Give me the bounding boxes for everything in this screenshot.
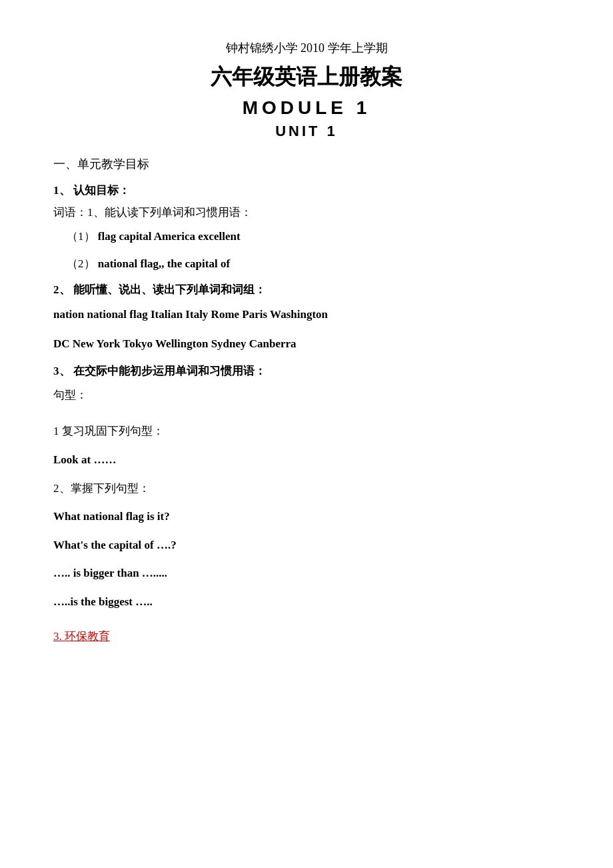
listen-speak-title: 2、 能听懂、说出、读出下列单词和词组： [53, 282, 560, 297]
communication-title: 3、 在交际中能初步运用单词和习惯用语： [53, 363, 560, 379]
eco-label: 3. [53, 630, 65, 643]
subsection-communication: 3、 在交际中能初步运用单词和习惯用语： 句型： [53, 363, 560, 406]
vocab1-label: （1） [67, 230, 95, 243]
module-title: MODULE 1 [53, 97, 560, 119]
pattern2-example-1: What national flag is it? [53, 507, 560, 527]
vocab-line-1: （1） flag capital America excellent [53, 227, 560, 247]
subsection-cognitive: 1、 认知目标： 词语：1、能认读下列单词和习惯用语： （1） flag cap… [53, 183, 560, 274]
cognitive-title: 1、 认知目标： [53, 183, 560, 198]
vocab-intro: 词语：1、能认读下列单词和习惯用语： [53, 205, 560, 220]
vocab2-words: national flag,, the capital of [98, 257, 230, 270]
section-patterns: 1 复习巩固下列句型： Look at …… 2、掌握下列句型： What na… [53, 421, 560, 612]
pattern2-label: 2、掌握下列句型： [53, 479, 560, 499]
unit-title: UNIT 1 [53, 123, 560, 140]
pattern1-label: 1 复习巩固下列句型： [53, 421, 560, 442]
subtitle: 钟村锦绣小学 2010 学年上学期 [53, 40, 560, 56]
pattern1-section: 1 复习巩固下列句型： Look at …… [53, 421, 560, 470]
vocab-line-2: （2） national flag,, the capital of [53, 254, 560, 275]
page-header: 钟村锦绣小学 2010 学年上学期 六年级英语上册教案 MODULE 1 UNI… [53, 40, 560, 140]
pattern1-example: Look at …… [53, 450, 560, 471]
pattern2-example-2: What's the capital of ….? [53, 535, 560, 556]
section-objectives: 一、单元教学目标 1、 认知目标： 词语：1、能认读下列单词和习惯用语： （1）… [53, 156, 560, 405]
pattern2-section: 2、掌握下列句型： What national flag is it? What… [53, 479, 560, 613]
section-heading-1: 一、单元教学目标 [53, 156, 560, 172]
vocab1-words: flag capital America excellent [98, 230, 241, 243]
word-list-line1: nation national flag Italian Italy Rome … [53, 304, 560, 325]
pattern2-example-4: …..is the biggest ….. [53, 592, 560, 613]
pattern2-example-3: ….. is bigger than …..... [53, 563, 560, 584]
main-title: 六年级英语上册教案 [53, 63, 560, 92]
word-list-line2: DC New York Tokyo Wellington Sydney Canb… [53, 333, 560, 355]
sentence-type-label: 句型： [53, 385, 560, 406]
eco-link-text: 环保教育 [65, 630, 110, 643]
section-eco: 3. 环保教育 [53, 629, 560, 644]
vocab2-label: （2） [67, 257, 95, 270]
subsection-listen-speak: 2、 能听懂、说出、读出下列单词和词组： nation national fla… [53, 282, 560, 355]
eco-link[interactable]: 3. 环保教育 [53, 630, 110, 643]
